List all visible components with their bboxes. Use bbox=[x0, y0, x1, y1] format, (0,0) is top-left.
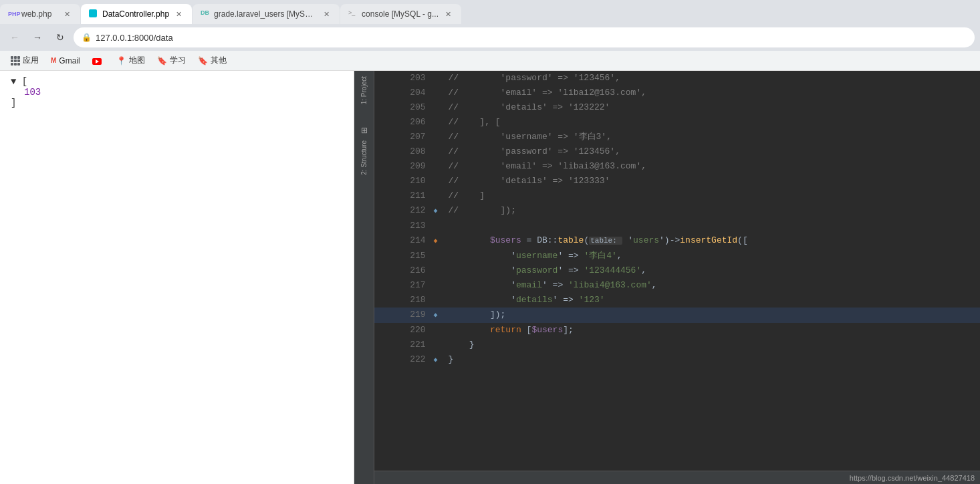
code-token: ]); bbox=[490, 310, 505, 320]
code-token: => bbox=[563, 251, 584, 261]
tab-close-web-php[interactable]: ✕ bbox=[62, 9, 72, 19]
main-content: ▼ [ 103 ] 1: Project ⊞ 2: Structure 203/… bbox=[0, 71, 980, 484]
table-row: 215 'username' => '李白4', bbox=[374, 249, 980, 263]
apps-icon bbox=[11, 56, 20, 66]
code-token: return bbox=[490, 325, 521, 335]
code-token: details bbox=[516, 295, 553, 305]
bookmark-learning[interactable]: 🔖 学习 bbox=[152, 53, 191, 68]
gutter-cell bbox=[433, 219, 443, 233]
table-row: 218 'details' => '123' bbox=[374, 293, 980, 308]
code-token: // 'email' => 'libai2@163.com', bbox=[449, 88, 646, 98]
code-token: , bbox=[652, 280, 657, 290]
table-row: 208// 'password' => '123456', bbox=[374, 144, 980, 159]
tab-favicon-web-php: PHP bbox=[8, 9, 17, 19]
code-token: // ]); bbox=[449, 205, 516, 215]
code-token: } bbox=[449, 354, 454, 364]
lock-icon: 🔒 bbox=[82, 33, 92, 42]
code-token: } bbox=[449, 340, 475, 350]
gutter-cell bbox=[433, 100, 443, 115]
forward-button[interactable]: → bbox=[28, 28, 47, 47]
gutter-bookmark-icon: ◆ bbox=[434, 356, 438, 364]
line-number: 214 bbox=[374, 233, 433, 249]
tab-close-console[interactable]: ✕ bbox=[443, 9, 453, 19]
table-row: 220 return [$users]; bbox=[374, 323, 980, 338]
gutter-bookmark-icon: ◆ bbox=[434, 207, 438, 215]
gutter-cell bbox=[433, 86, 443, 100]
code-token: users bbox=[633, 235, 659, 245]
apps-label: 应用 bbox=[23, 55, 39, 66]
address-bar[interactable]: 🔒 127.0.0.1:8000/data bbox=[74, 27, 975, 47]
line-number: 221 bbox=[374, 338, 433, 352]
gutter-arrow-icon: ◆ bbox=[434, 237, 438, 245]
tab-console[interactable]: >_ console [MySQL - g... ✕ bbox=[340, 4, 461, 24]
table-row: 211// ] bbox=[374, 189, 980, 203]
tab-favicon-datacontroller bbox=[89, 9, 98, 19]
tab-datacontroller[interactable]: DataController.php ✕ bbox=[81, 4, 192, 24]
line-number: 216 bbox=[374, 263, 433, 278]
json-close-bracket: ] bbox=[11, 98, 343, 108]
code-token: 'libai4@163.com' bbox=[568, 280, 652, 290]
gutter-cell bbox=[433, 174, 443, 189]
table-row: 213 bbox=[374, 219, 980, 233]
code-token: // 'email' => 'libai3@163.com', bbox=[449, 161, 646, 171]
tab-favicon-grade: DB bbox=[201, 9, 210, 19]
line-number: 209 bbox=[374, 159, 433, 174]
code-token: => bbox=[547, 280, 568, 290]
learning-label: 学习 bbox=[170, 55, 186, 66]
line-number: 207 bbox=[374, 130, 433, 144]
tab-close-grade[interactable]: ✕ bbox=[321, 9, 332, 19]
code-token: ' bbox=[449, 265, 516, 275]
reload-button[interactable]: ↻ bbox=[51, 28, 70, 47]
bookmark-gmail[interactable]: M Gmail bbox=[45, 54, 86, 68]
code-token: ' bbox=[622, 235, 633, 245]
code-cell: 'username' => '李白4', bbox=[443, 249, 980, 263]
youtube-icon bbox=[92, 58, 102, 65]
gutter-cell bbox=[433, 293, 443, 308]
tab-close-datacontroller[interactable]: ✕ bbox=[173, 9, 184, 19]
table-row: 207// 'username' => '李白3', bbox=[374, 130, 980, 144]
code-token: ' bbox=[449, 280, 516, 290]
code-token: -> bbox=[670, 235, 681, 245]
gmail-label: Gmail bbox=[59, 56, 80, 66]
maps-icon: 📍 bbox=[116, 56, 126, 66]
bookmark-apps[interactable]: 应用 bbox=[5, 53, 44, 68]
line-number: 211 bbox=[374, 189, 433, 203]
ide-sidebar-project[interactable]: 1: Project bbox=[359, 74, 369, 107]
code-token: '123' bbox=[579, 295, 605, 305]
bookmark-learning-icon: 🔖 bbox=[157, 56, 167, 66]
tab-title-console: console [MySQL - g... bbox=[362, 9, 439, 19]
tab-bar-tabs: PHP web.php ✕ DataController.php ✕ DB gr… bbox=[0, 4, 461, 24]
ide-sidebar-structure-icon[interactable]: ⊞ bbox=[361, 126, 368, 135]
gutter-cell bbox=[433, 189, 443, 203]
code-cell: // ] bbox=[443, 189, 980, 203]
line-number: 218 bbox=[374, 293, 433, 308]
code-cell: 'details' => '123' bbox=[443, 293, 980, 308]
bookmark-other[interactable]: 🔖 其他 bbox=[193, 53, 232, 68]
code-token: = bbox=[521, 235, 537, 245]
bookmark-youtube[interactable] bbox=[87, 55, 110, 67]
code-token: ([ bbox=[737, 235, 748, 245]
line-number: 203 bbox=[374, 71, 433, 86]
table-row: 210// 'details' => '123333' bbox=[374, 174, 980, 189]
table-row: 222◆} bbox=[374, 352, 980, 368]
code-token: // 'username' => '李白3', bbox=[449, 132, 612, 142]
code-scroll[interactable]: 203// 'password' => '123456',204// 'emai… bbox=[374, 71, 980, 471]
line-number: 210 bbox=[374, 174, 433, 189]
code-token: password bbox=[516, 265, 558, 275]
ide-sidebar-structure[interactable]: 2: Structure bbox=[359, 138, 369, 178]
back-button[interactable]: ← bbox=[5, 28, 24, 47]
table-row: 209// 'email' => 'libai3@163.com', bbox=[374, 159, 980, 174]
code-cell bbox=[443, 219, 980, 233]
code-token: table: bbox=[589, 237, 622, 245]
bookmark-maps[interactable]: 📍 地图 bbox=[111, 53, 150, 68]
line-number: 204 bbox=[374, 86, 433, 100]
code-cell: ]); bbox=[443, 308, 980, 323]
code-cell: // 'email' => 'libai2@163.com', bbox=[443, 86, 980, 100]
tab-grade-laravel[interactable]: DB grade.laravel_users [MySQL - grade@lo… bbox=[193, 4, 340, 24]
gutter-cell: ◆ bbox=[433, 233, 443, 249]
code-token: // 'details' => '123333' bbox=[449, 176, 610, 186]
tab-web-php[interactable]: PHP web.php ✕ bbox=[0, 4, 80, 24]
code-token: table bbox=[558, 235, 584, 245]
code-token bbox=[449, 235, 490, 245]
gutter-cell bbox=[433, 130, 443, 144]
